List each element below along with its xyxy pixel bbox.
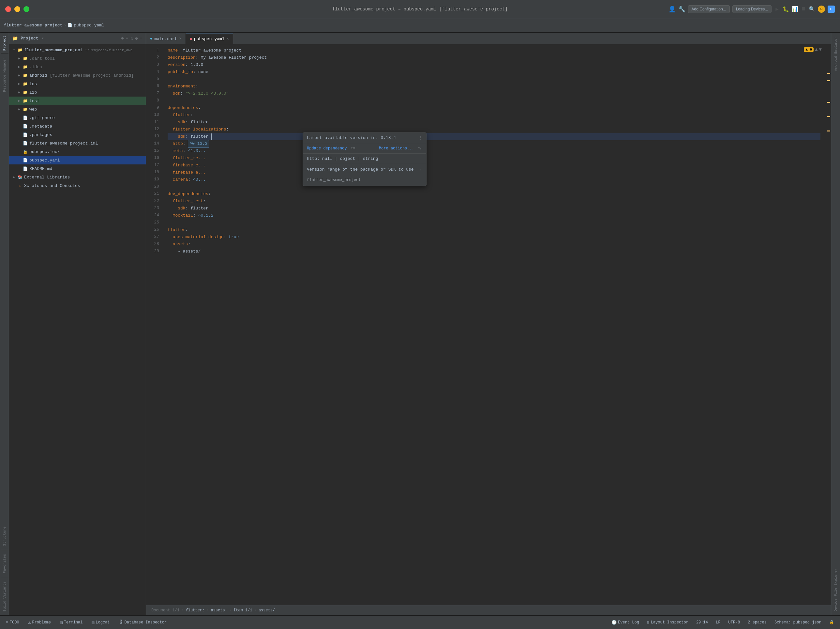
warning-count-area[interactable]: ▲ 6 ▲ ▼ <box>804 47 822 52</box>
charset[interactable]: UTF-8 <box>726 620 742 626</box>
db-icon: 🗄 <box>119 620 123 625</box>
file-icon: 📄 <box>22 115 28 121</box>
tree-root[interactable]: ▾ 📁 flutter_awesome_project ~/Projects/f… <box>9 46 146 54</box>
loading-devices-button[interactable]: Loading Devices... <box>733 5 772 13</box>
search-icon[interactable]: 🔍 <box>809 6 815 13</box>
list-item[interactable]: ▶ 📁 ios <box>9 80 146 88</box>
maximize-button[interactable] <box>24 6 29 12</box>
vcs-icon[interactable]: 👤 <box>668 6 676 13</box>
chevron-down-icon[interactable]: ▼ <box>819 47 822 52</box>
file-breadcrumb[interactable]: 📄 pubspec.yaml <box>68 23 104 28</box>
list-item[interactable]: ▶ 📁 .idea <box>9 63 146 71</box>
list-item[interactable]: ▶ 📄 README.md <box>9 164 146 173</box>
path-item-assets[interactable]: assets: <box>211 608 227 613</box>
minimize-button[interactable] <box>14 6 20 12</box>
resource-manager-tab[interactable]: Resource Manager <box>1 53 8 96</box>
list-item[interactable]: ▶ 📄 .metadata <box>9 122 146 131</box>
tree-scratches-consoles[interactable]: ▶ ✏️ Scratches and Consoles <box>9 182 146 190</box>
file-icon: 📄 <box>22 132 28 137</box>
indent-settings[interactable]: 2 spaces <box>746 620 769 626</box>
event-log-button[interactable]: 🕐 Event Log <box>609 619 641 626</box>
tab-close-pubspec-yaml[interactable]: × <box>226 37 229 41</box>
code-editor[interactable]: name: flutter_awesome_project descriptio… <box>163 44 826 605</box>
status-right: 🕐 Event Log ⊞ Layout Inspector 29:14 LF … <box>609 619 836 626</box>
close-button[interactable] <box>5 6 11 12</box>
list-item[interactable]: ▶ 📄 flutter_awesome_project.iml <box>9 139 146 147</box>
more-actions-link[interactable]: More actions... ⌥↵ <box>379 146 422 151</box>
stop-icon[interactable]: ⏹ <box>801 6 806 12</box>
update-dependency-link[interactable]: Update dependency ⌥⌘↑ <box>307 146 357 151</box>
project-dropdown-icon[interactable]: ▾ <box>42 36 44 41</box>
tab-close-main-dart[interactable]: × <box>179 36 181 41</box>
list-item[interactable]: ▶ 📁 lib <box>9 88 146 96</box>
code-line-17: firebase_c... <box>167 162 820 169</box>
path-item-flutter[interactable]: flutter: <box>186 608 205 613</box>
list-item[interactable]: ▶ 📄 .packages <box>9 131 146 139</box>
favorites-tab[interactable]: Favorites <box>1 550 8 577</box>
terminal-button[interactable]: ▤ Terminal <box>58 619 84 626</box>
device-file-explorer-tab[interactable]: Device File Explorer <box>832 564 840 615</box>
list-item[interactable]: ▶ 📄 .gitignore <box>9 114 146 122</box>
problems-button[interactable]: ⚠ Problems <box>27 619 53 626</box>
folder-icon: 📁 <box>22 106 28 112</box>
collapse-icon[interactable]: ≡ <box>126 36 128 41</box>
list-item[interactable]: ▶ 📁 android [flutter_awesome_project_and… <box>9 71 146 80</box>
run-icon[interactable]: ▶ <box>775 6 779 13</box>
list-item[interactable]: ▶ 📁 test <box>9 96 146 105</box>
tree-arrow-root: ▾ <box>12 47 16 52</box>
project-breadcrumb[interactable]: flutter_awesome_project <box>4 23 62 28</box>
db-inspector-button[interactable]: 🗄 Database Inspector <box>117 619 169 626</box>
folder-icon: 📁 <box>22 89 28 95</box>
path-item-assets-dir[interactable]: assets/ <box>259 608 275 613</box>
build-variants-tab[interactable]: Build Variants <box>1 577 8 615</box>
path-item-item[interactable]: Item 1/1 <box>234 608 253 613</box>
path-bar: Document 1/1 › flutter: › assets: › Item… <box>146 605 831 615</box>
layout-inspector-button[interactable]: ⊞ Layout Inspector <box>645 619 690 626</box>
chevron-up-icon[interactable]: ▲ <box>815 47 818 52</box>
android-folder-icon: 📁 <box>22 73 28 78</box>
list-item[interactable]: ▶ 📁 .dart_tool <box>9 54 146 63</box>
read-only-icon[interactable]: 🔒 <box>827 619 836 626</box>
popup-desc-more-icon[interactable]: ⋮ <box>418 167 422 172</box>
todo-button[interactable]: ≡ TODO <box>4 619 21 626</box>
debug-icon[interactable]: 🐛 <box>783 6 789 13</box>
list-item[interactable]: ▶ 🔒 pubspec.lock <box>9 147 146 156</box>
schema-info[interactable]: Schema: pubspec.json <box>772 620 823 626</box>
tree-item-pubspec-yaml[interactable]: ▶ 📄 pubspec.yaml <box>9 156 146 164</box>
code-line-2: description: My awesome Flutter project <box>167 54 820 61</box>
readme-file-icon: 📄 <box>22 166 28 172</box>
window-title: flutter_awesome_project – pubspec.yaml [… <box>332 6 508 12</box>
logcat-button[interactable]: ▤ Logcat <box>90 619 112 626</box>
gutter-warning-1 <box>827 73 830 74</box>
code-line-16: flutter_re... <box>167 155 820 162</box>
settings-gear-icon[interactable]: ⚙ <box>135 36 137 41</box>
scratches-icon: ✏️ <box>17 183 23 188</box>
code-line-23: sdk: flutter <box>167 205 820 212</box>
gutter-warning-3 <box>827 102 830 103</box>
tree-external-libraries[interactable]: ▶ 📚 External Libraries <box>9 173 146 182</box>
list-item[interactable]: ▶ 📁 web <box>9 105 146 114</box>
structure-tab[interactable]: Structure <box>1 523 8 550</box>
tab-pubspec-yaml[interactable]: ■ pubspec.yaml × <box>186 33 233 44</box>
code-line-12: flutter_localizations: <box>167 126 820 133</box>
gutter-warning-4 <box>827 116 830 117</box>
code-line-7: sdk: ">=2.12.0 <3.0.0" <box>167 90 820 97</box>
tab-bar: ● main.dart × ■ pubspec.yaml × <box>146 33 831 44</box>
code-line-22: flutter_test: <box>167 198 820 205</box>
project-panel-title: Project <box>21 36 38 41</box>
profile-icon[interactable]: 📊 <box>792 6 798 13</box>
code-line-10: flutter: <box>167 112 820 119</box>
external-libs-icon: 📚 <box>17 174 23 180</box>
locate-icon[interactable]: ⊕ <box>121 36 123 41</box>
test-folder-icon: 📁 <box>22 98 28 104</box>
settings-icon[interactable]: 🔧 <box>678 6 685 13</box>
popup-more-icon[interactable]: ⋮ <box>418 135 422 140</box>
tab-main-dart[interactable]: ● main.dart × <box>146 33 186 44</box>
line-endings[interactable]: LF <box>714 620 722 626</box>
minimize-panel-icon[interactable]: − <box>140 36 142 41</box>
add-config-button[interactable]: Add Configuration... <box>688 5 730 13</box>
android-emulator-tab[interactable]: Android Emulator <box>832 33 840 75</box>
sort-icon[interactable]: ⇅ <box>130 36 133 41</box>
code-line-6: environment: <box>167 83 820 90</box>
project-tab[interactable]: Project <box>1 33 8 53</box>
